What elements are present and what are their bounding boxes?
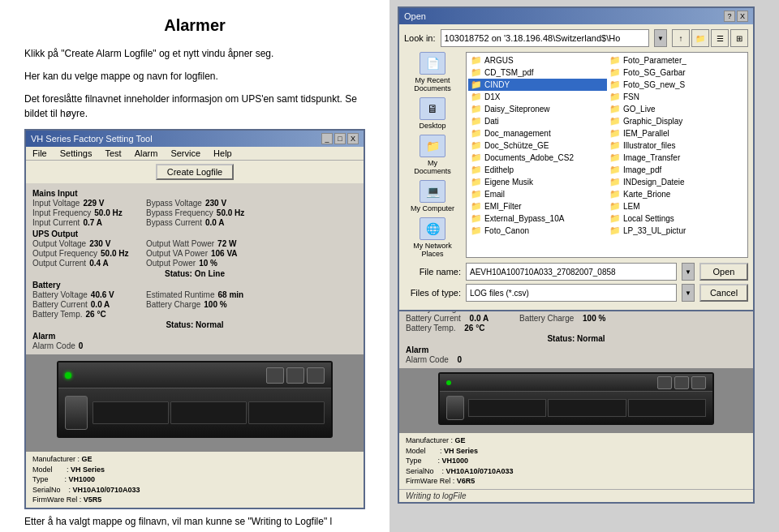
- ups-bottom-right-inner: [440, 392, 712, 424]
- file-item-dati[interactable]: 📁Dati: [468, 115, 607, 127]
- file-item-external-bypass[interactable]: 📁External_Bypass_10A: [468, 212, 607, 225]
- output-current-label: Output Current: [32, 259, 86, 268]
- file-type-dropdown[interactable]: ▼: [682, 284, 695, 302]
- menu-test[interactable]: Test: [98, 147, 127, 160]
- b-batt-charge-label: Battery Charge: [519, 314, 574, 323]
- menu-file[interactable]: File: [26, 147, 54, 160]
- ups-rslot-3: [628, 399, 706, 417]
- place-recent-docs[interactable]: 📄 My Recent Documents: [408, 52, 457, 92]
- view-list-button[interactable]: ☰: [711, 29, 729, 47]
- file-item-foto-canon[interactable]: 📁Foto_Canon: [468, 225, 607, 237]
- vh-content: Mains Input Input Voltage229 V Bypass Vo…: [26, 183, 364, 354]
- folder-icon: 📁: [471, 165, 482, 175]
- open-dialog-title-btns: ? X: [724, 11, 748, 22]
- b-batt-temp-val: 26 °C: [464, 324, 484, 332]
- output-va-val: 106 VA: [211, 249, 238, 258]
- place-network[interactable]: 🌐 My Network Places: [408, 217, 457, 258]
- open-dialog: Open ? X Look in: 103018752 on '3.18.196…: [398, 6, 755, 311]
- ups-right-btn-1[interactable]: [657, 376, 672, 389]
- writing-label: Writing to logFile: [406, 491, 466, 500]
- ups-info-bar-right: Manufacturer : GE Model : VH Series Type…: [399, 433, 753, 489]
- maximize-button[interactable]: □: [334, 133, 346, 144]
- file-item-adobe-cs2[interactable]: 📁Documents_Adobe_CS2: [468, 152, 607, 164]
- place-my-computer[interactable]: 💻 My Computer: [408, 180, 457, 212]
- folder-icon: 📁: [471, 128, 482, 139]
- folder-icon: 📁: [471, 55, 482, 66]
- ups-btn-2[interactable]: [286, 367, 304, 384]
- file-item-karte[interactable]: 📁Karte_Brione: [607, 188, 746, 200]
- file-item-doc-schutze[interactable]: 📁Doc_Schütze_GE: [468, 139, 607, 152]
- ups-handle-right: [446, 396, 464, 420]
- file-item-eigene-musik[interactable]: 📁Eigene Musik: [468, 176, 607, 188]
- menu-settings[interactable]: Settings: [54, 147, 99, 160]
- file-item-local-settings[interactable]: 📁Local Settings: [607, 212, 746, 225]
- open-close-button[interactable]: X: [737, 11, 748, 22]
- file-item-lp33[interactable]: 📁LP_33_UL_pictur: [607, 225, 746, 237]
- file-item-d1x[interactable]: 📁D1X: [468, 91, 607, 103]
- file-type-input[interactable]: LOG files (*.csv): [466, 284, 677, 302]
- ups-right-btn-3[interactable]: [691, 376, 706, 389]
- output-power-val: 10 %: [199, 259, 217, 268]
- file-item-iem[interactable]: 📁IEM_Parallel: [607, 127, 746, 139]
- view-detail-button[interactable]: ⊞: [730, 29, 748, 47]
- place-desktop[interactable]: 🖥 Desktop: [408, 97, 457, 130]
- right-panel: Open ? X Look in: 103018752 on '3.18.196…: [390, 0, 779, 532]
- file-item-image-transfer[interactable]: 📁Image_Transfer: [607, 152, 746, 164]
- left-panel: Alarmer Klikk på "Create Alarm Logfile" …: [0, 0, 390, 532]
- file-item-lem[interactable]: 📁LEM: [607, 200, 746, 212]
- file-item-foto-new[interactable]: 📁Foto_SG_new_S: [607, 79, 746, 91]
- ups-btn-1[interactable]: [266, 367, 284, 384]
- file-item-foto-param[interactable]: 📁Foto_Parameter_: [607, 54, 746, 66]
- file-item-cd-tsm[interactable]: 📁CD_TSM_pdf: [468, 66, 607, 79]
- file-item-golive[interactable]: 📁GO_Live: [607, 103, 746, 115]
- menu-help[interactable]: Help: [207, 147, 239, 160]
- new-folder-button[interactable]: 📁: [691, 29, 709, 47]
- file-item-foto-garbar[interactable]: 📁Foto_SG_Garbar: [607, 66, 746, 79]
- file-item-cindy[interactable]: 📁CINDY: [468, 79, 607, 91]
- file-name-dropdown[interactable]: ▼: [682, 263, 695, 281]
- bypass-freq-val: 50.0 Hz: [217, 208, 244, 217]
- mains-input-title: Mains Input: [32, 189, 357, 198]
- ups-right-btn-2[interactable]: [674, 376, 689, 389]
- place-my-docs[interactable]: 📁 My Documents: [408, 135, 457, 175]
- file-item-email[interactable]: 📁Email: [468, 188, 607, 200]
- b-battery-row-3: Battery Temp. 26 °C: [406, 324, 747, 332]
- file-type-label: Files of type:: [404, 288, 461, 298]
- close-button[interactable]: X: [347, 133, 359, 144]
- open-help-button[interactable]: ?: [724, 11, 735, 22]
- output-current-val: 0.4 A: [89, 259, 109, 268]
- b-alarm-row: Alarm Code 0: [406, 355, 747, 364]
- file-item-emi-filter[interactable]: 📁EMI_Filter: [468, 200, 607, 212]
- file-name-label: File name:: [404, 267, 461, 277]
- b-alarm-code-val: 0: [458, 355, 463, 364]
- file-item-daisy[interactable]: 📁Daisy_Sitepronew: [468, 103, 607, 115]
- file-item-edithelp[interactable]: 📁Edithelp: [468, 164, 607, 176]
- folder-icon: 📁: [609, 177, 621, 187]
- menu-service[interactable]: Service: [164, 147, 207, 160]
- file-item-graphic[interactable]: 📁Graphic_Display: [607, 115, 746, 127]
- vh-series-window: VH Series Factory Setting Tool _ □ X Fil…: [24, 129, 365, 509]
- intro-text-1: Klikk på "Create Alarm Logfile" og et ny…: [24, 46, 365, 61]
- open-dialog-title: Open: [404, 11, 426, 21]
- file-item-indesign[interactable]: 📁INDesign_Dateie: [607, 176, 746, 188]
- file-item-doc-mgmt[interactable]: 📁Doc_management: [468, 127, 607, 139]
- file-item-argus[interactable]: 📁ARGUS: [468, 54, 607, 66]
- file-item-fsn[interactable]: 📁FSN: [607, 91, 746, 103]
- ups-info-bar-left: Manufacturer : GE Model : VH Series Type…: [26, 452, 364, 508]
- alarm-code-label: Alarm Code: [32, 341, 75, 350]
- open-button[interactable]: Open: [699, 263, 748, 281]
- look-in-dropdown[interactable]: ▼: [654, 29, 667, 47]
- ups-btn-3[interactable]: [307, 367, 325, 384]
- create-logfile-button[interactable]: Create Logfile: [156, 164, 235, 180]
- est-runtime-val: 68 min: [217, 290, 243, 299]
- cancel-button[interactable]: Cancel: [699, 284, 748, 302]
- file-item-image-pdf[interactable]: 📁Image_pdf: [607, 164, 746, 176]
- my-computer-icon: 💻: [420, 180, 445, 203]
- folder-icon: 📁: [609, 140, 621, 151]
- up-folder-button[interactable]: ↑: [672, 29, 690, 47]
- file-item-illustrator[interactable]: 📁Illustrator_files: [607, 139, 746, 152]
- est-runtime-label: Estimated Runtime: [146, 290, 214, 299]
- minimize-button[interactable]: _: [321, 133, 333, 144]
- menu-alarm[interactable]: Alarm: [128, 147, 165, 160]
- file-name-input[interactable]: AEVH10A100710A033_27082007_0858: [466, 263, 677, 281]
